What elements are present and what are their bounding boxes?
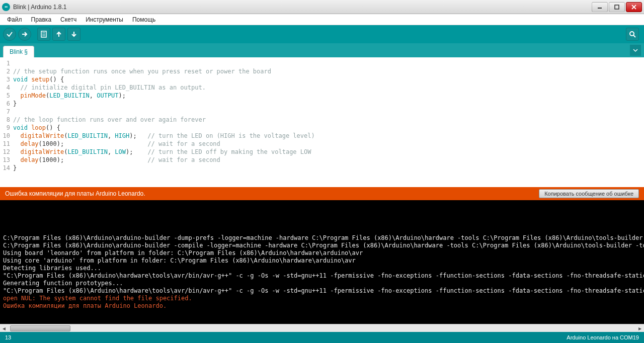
- menu-file[interactable]: Файл: [3, 15, 26, 24]
- code-line[interactable]: }: [13, 100, 644, 108]
- code-line[interactable]: delay(1000); // wait for a second: [13, 156, 644, 164]
- verify-button[interactable]: [3, 28, 16, 41]
- code-line[interactable]: [13, 108, 644, 116]
- arrow-right-icon: [21, 30, 29, 38]
- console-line: [3, 227, 641, 234]
- menu-sketch[interactable]: Скетч: [56, 15, 80, 24]
- line-number: 12: [0, 148, 10, 156]
- line-number: 4: [0, 83, 10, 92]
- copy-error-button[interactable]: Копировать сообщение об ошибке: [539, 189, 639, 198]
- output-console[interactable]: C:\Program Files (x86)\Arduino\arduino-b…: [0, 200, 644, 324]
- console-line: C:\Program Files (x86)\Arduino\arduino-b…: [3, 242, 641, 249]
- save-button[interactable]: [67, 28, 80, 41]
- menu-bar: Файл Правка Скетч Инструменты Помощь: [0, 14, 644, 25]
- code-line[interactable]: // the setup function runs once when you…: [13, 67, 644, 75]
- upload-button[interactable]: [18, 28, 31, 41]
- console-line: "C:\Program Files (x86)\Arduino\hardware…: [3, 287, 641, 295]
- tab-menu-button[interactable]: [630, 45, 641, 56]
- scroll-right-arrow[interactable]: ▸: [636, 324, 644, 332]
- menu-tools[interactable]: Инструменты: [82, 15, 127, 24]
- svg-point-8: [630, 32, 634, 36]
- console-line: Detecting libraries used...: [3, 265, 641, 272]
- close-button[interactable]: [626, 2, 642, 12]
- compile-error-message: Ошибка компиляции для платы Arduino Leon…: [5, 190, 539, 197]
- magnifier-icon: [628, 30, 636, 38]
- new-button[interactable]: [37, 28, 50, 41]
- console-line: Using board 'leonardo' from platform in …: [3, 249, 641, 257]
- line-number: 6: [0, 100, 10, 108]
- line-number: 5: [0, 92, 10, 100]
- arduino-logo-icon: ∞: [2, 3, 10, 11]
- window-controls: [591, 2, 642, 12]
- chevron-down-icon: [633, 48, 638, 53]
- line-number: 2: [0, 67, 10, 75]
- toolbar: [0, 25, 644, 43]
- maximize-button[interactable]: [609, 2, 625, 12]
- window-titlebar: ∞ Blink | Arduino 1.8.1: [0, 0, 644, 14]
- svg-rect-1: [615, 5, 619, 9]
- line-number: 9: [0, 124, 10, 132]
- line-number-gutter: 1234567891011121314: [0, 57, 13, 187]
- code-line[interactable]: }: [13, 164, 644, 172]
- scroll-left-arrow[interactable]: ◂: [0, 324, 8, 332]
- code-line[interactable]: void setup() {: [13, 75, 644, 83]
- console-line: "C:\Program Files (x86)\Arduino\hardware…: [3, 272, 641, 280]
- code-line[interactable]: delay(1000); // wait for a second: [13, 140, 644, 148]
- tab-blink[interactable]: Blink §: [3, 46, 34, 57]
- console-line: [3, 204, 641, 212]
- code-line[interactable]: // the loop function runs over and over …: [13, 116, 644, 124]
- code-line[interactable]: pinMode(LED_BUILTIN, OUTPUT);: [13, 92, 644, 100]
- line-number: 10: [0, 132, 10, 140]
- line-number: 7: [0, 108, 10, 116]
- code-line[interactable]: void loop() {: [13, 124, 644, 132]
- console-line: Ошибка компиляции для платы Arduino Leon…: [3, 302, 641, 310]
- line-number: 3: [0, 75, 10, 83]
- open-button[interactable]: [52, 28, 65, 41]
- code-line[interactable]: // initialize digital pin LED_BUILTIN as…: [13, 83, 644, 92]
- console-line: Generating function prototypes...: [3, 280, 641, 287]
- code-line[interactable]: digitalWrite(LED_BUILTIN, HIGH); // turn…: [13, 132, 644, 140]
- console-line: C:\Program Files (x86)\Arduino\arduino-b…: [3, 234, 641, 242]
- code-content[interactable]: // the setup function runs once when you…: [13, 57, 644, 187]
- console-line: [3, 219, 641, 227]
- minimize-button[interactable]: [592, 2, 608, 12]
- tab-strip: Blink §: [0, 43, 644, 57]
- window-title: Blink | Arduino 1.8.1: [13, 4, 591, 11]
- line-number: 8: [0, 116, 10, 124]
- svg-line-9: [633, 35, 635, 37]
- code-line[interactable]: [13, 59, 644, 67]
- footer-bar: 13 Arduino Leonardo на COM19: [0, 332, 644, 343]
- horizontal-scrollbar[interactable]: ◂ ▸: [0, 324, 644, 332]
- serial-monitor-button[interactable]: [626, 28, 639, 41]
- console-line: Using core 'arduino' from platform in fo…: [3, 257, 641, 265]
- menu-help[interactable]: Помощь: [128, 15, 159, 24]
- console-line: open NUL: The system cannot find the fil…: [3, 295, 641, 302]
- arrow-down-icon: [70, 30, 78, 38]
- arrow-up-icon: [55, 30, 63, 38]
- code-editor[interactable]: 1234567891011121314 // the setup functio…: [0, 57, 644, 187]
- line-number: 11: [0, 140, 10, 148]
- menu-edit[interactable]: Правка: [27, 15, 56, 24]
- footer-board-port: Arduino Leonardo на COM19: [567, 334, 639, 340]
- code-line[interactable]: digitalWrite(LED_BUILTIN, LOW); // turn …: [13, 148, 644, 156]
- console-line: [3, 212, 641, 219]
- file-icon: [40, 30, 48, 38]
- footer-line-number: 13: [5, 334, 11, 340]
- check-icon: [6, 30, 14, 38]
- scroll-thumb[interactable]: [10, 325, 70, 331]
- line-number: 13: [0, 156, 10, 164]
- line-number: 1: [0, 59, 10, 67]
- line-number: 14: [0, 164, 10, 172]
- compile-status-bar: Ошибка компиляции для платы Arduino Leon…: [0, 187, 644, 200]
